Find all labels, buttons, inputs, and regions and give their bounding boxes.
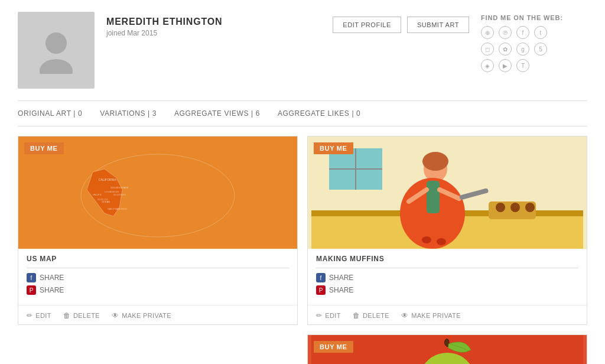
private-icon: 👁	[112, 311, 119, 320]
svg-point-30	[525, 203, 535, 212]
stat-aggregate-likes[interactable]: AGGREGATE LIKES | 0	[278, 109, 360, 118]
profile-name: MEREDITH ETHINGTON	[106, 17, 321, 27]
flickr2-icon[interactable]: ✿	[499, 43, 512, 56]
stat-variations[interactable]: VARIATIONS | 3	[100, 109, 157, 118]
flickr-icon[interactable]: ◈	[481, 59, 494, 72]
art-title-making-muffins: MAKING MUFFINS	[316, 255, 578, 268]
buy-me-badge-pear-study[interactable]: BUY ME	[314, 341, 353, 353]
svg-point-25	[437, 238, 446, 245]
svg-point-28	[496, 203, 505, 212]
buy-me-badge-making-muffins[interactable]: BUY ME	[314, 142, 353, 154]
svg-text:LOS ANGELES: LOS ANGELES	[105, 191, 119, 193]
edit-making-muffins[interactable]: ✏ EDIT	[316, 311, 341, 320]
svg-text:GOLDEN STATE: GOLDEN STATE	[110, 186, 129, 189]
share-pinterest-us-map[interactable]: P SHARE	[27, 285, 289, 295]
social-label: FIND ME ON THE WEB:	[481, 14, 587, 21]
svg-text:PACIFIC: PACIFIC	[93, 193, 102, 196]
art-image-making-muffins: BUY ME	[308, 136, 587, 249]
instagram-icon[interactable]: ◻	[481, 43, 494, 56]
social-section: FIND ME ON THE WEB: ⊕ ℗ f t ◻ ✿ g 5 ◈ ▶ …	[481, 12, 587, 76]
art-grid: CALIFORNIA GOLDEN STATE PACIFIC OCEAN SA…	[18, 126, 587, 364]
page-wrapper: MEREDITH ETHINGTON joined Mar 2015 EDIT …	[0, 0, 605, 364]
tumblr-icon[interactable]: T	[516, 59, 529, 72]
pinterest-share-icon-muffins: P	[316, 285, 326, 295]
facebook-icon[interactable]: f	[516, 26, 529, 39]
delete-making-muffins[interactable]: 🗑 DELETE	[353, 311, 389, 320]
twitter-icon[interactable]: t	[534, 26, 547, 39]
art-details-making-muffins: MAKING MUFFINS f SHARE P SHARE	[308, 249, 587, 305]
facebook-share-icon-muffins: f	[316, 273, 326, 282]
svg-point-1	[40, 59, 73, 74]
edit-us-map[interactable]: ✏ EDIT	[27, 311, 51, 320]
stat-aggregate-views[interactable]: AGGREGATE VIEWS | 6	[174, 109, 260, 118]
submit-art-button[interactable]: SUBMIT ART	[407, 17, 469, 33]
stats-bar: ORIGINAL ART | 0 VARIATIONS | 3 AGGREGAT…	[18, 101, 587, 126]
edit-icon-muffins: ✏	[316, 311, 322, 320]
pinterest-share-icon-us-map: P	[27, 285, 36, 295]
svg-text:REDWOODS: REDWOODS	[97, 199, 108, 201]
art-title-us-map: US MAP	[27, 255, 289, 268]
svg-text:CALIFORNIA: CALIFORNIA	[99, 178, 117, 181]
svg-text:MOUNTAINS: MOUNTAINS	[113, 194, 126, 196]
delete-icon: 🗑	[63, 311, 70, 320]
make-private-making-muffins[interactable]: 👁 MAKE PRIVATE	[401, 311, 461, 320]
profile-actions: EDIT PROFILE SUBMIT ART	[333, 12, 469, 33]
pinterest-icon[interactable]: ℗	[499, 26, 512, 39]
delete-us-map[interactable]: 🗑 DELETE	[63, 311, 100, 320]
art-details-us-map: US MAP f SHARE P SHARE	[18, 249, 297, 305]
profile-info: MEREDITH ETHINGTON joined Mar 2015	[106, 12, 321, 37]
private-icon-muffins: 👁	[401, 311, 408, 320]
art-card-pear-study: BUY ME PEAR STUDY f SHARE P SHARE ✏ EDIT	[307, 334, 587, 364]
share-facebook-us-map[interactable]: f SHARE	[27, 273, 289, 282]
edit-profile-button[interactable]: EDIT PROFILE	[333, 17, 401, 33]
social-row-2: ◻ ✿ g 5	[481, 43, 587, 56]
500px-icon[interactable]: 5	[534, 43, 547, 56]
youtube-icon[interactable]: ▶	[499, 59, 512, 72]
social-row-1: ⊕ ℗ f t	[481, 26, 587, 39]
globe-icon[interactable]: ⊕	[481, 26, 494, 39]
google-icon[interactable]: g	[516, 43, 529, 56]
avatar	[18, 12, 95, 89]
share-pinterest-making-muffins[interactable]: P SHARE	[316, 285, 578, 295]
profile-header: MEREDITH ETHINGTON joined Mar 2015 EDIT …	[18, 12, 587, 101]
social-row-3: ◈ ▶ T	[481, 59, 587, 72]
svg-point-0	[45, 32, 67, 54]
profile-joined: joined Mar 2015	[106, 29, 321, 37]
art-footer-making-muffins: ✏ EDIT 🗑 DELETE 👁 MAKE PRIVATE	[308, 305, 587, 324]
stat-original-art[interactable]: ORIGINAL ART | 0	[18, 109, 82, 118]
delete-icon-muffins: 🗑	[353, 311, 360, 320]
make-private-us-map[interactable]: 👁 MAKE PRIVATE	[112, 311, 171, 320]
facebook-share-icon-us-map: f	[27, 273, 36, 282]
art-card-making-muffins: BUY ME MAKING MUFFINS f SHARE P SHARE ✏ …	[307, 136, 587, 325]
art-image-pear-study: BUY ME	[308, 335, 587, 364]
share-facebook-making-muffins[interactable]: f SHARE	[316, 273, 578, 282]
art-image-us-map: CALIFORNIA GOLDEN STATE PACIFIC OCEAN SA…	[18, 136, 297, 249]
art-card-us-map: CALIFORNIA GOLDEN STATE PACIFIC OCEAN SA…	[18, 136, 298, 325]
edit-icon: ✏	[27, 311, 32, 320]
buy-me-badge-us-map[interactable]: BUY ME	[24, 142, 64, 154]
art-footer-us-map: ✏ EDIT 🗑 DELETE 👁 MAKE PRIVATE	[18, 305, 297, 324]
svg-point-29	[510, 203, 520, 212]
svg-rect-21	[427, 181, 440, 213]
svg-point-24	[422, 236, 431, 243]
svg-point-19	[422, 152, 448, 171]
svg-text:SAN FRANCISCO: SAN FRANCISCO	[108, 207, 127, 210]
